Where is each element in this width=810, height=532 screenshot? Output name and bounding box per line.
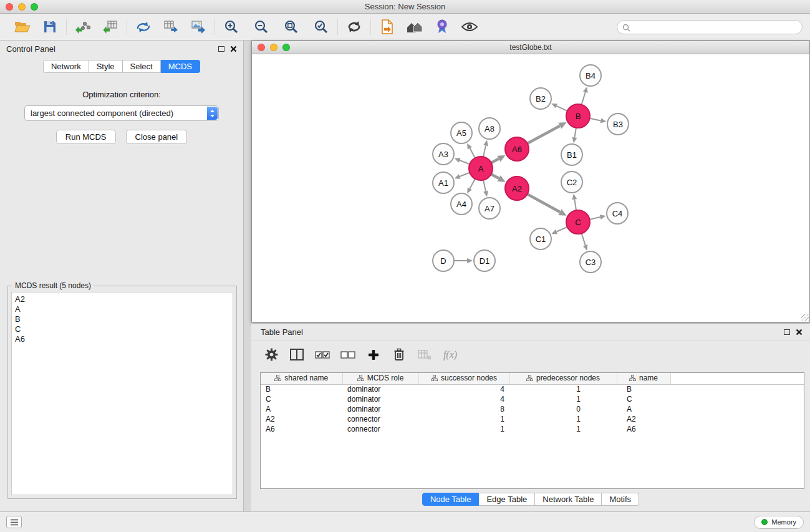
graph-edge-A-A1[interactable]: [460, 173, 470, 177]
import-network-button[interactable]: [74, 17, 92, 37]
graph-edge-A-A7[interactable]: [483, 180, 486, 191]
table-row[interactable]: Adominator80A: [261, 404, 804, 414]
zoom-window-button[interactable]: [31, 3, 38, 11]
close-panel-icon[interactable]: [230, 46, 237, 52]
zoom-selected-button[interactable]: [312, 17, 330, 37]
float-table-panel-icon[interactable]: [784, 329, 790, 335]
network-view-window: testGlobe.txt B4B2BB3A8A5A6A3B1AC2A1A2A4…: [251, 41, 810, 322]
dropdown-selected-value: largest connected component (directed): [31, 109, 173, 118]
control-panel: Control Panel NetworkStyleSelectMCDS Opt…: [0, 41, 244, 511]
table-row[interactable]: A2connector11A2: [261, 414, 804, 424]
zoom-out-button[interactable]: [252, 17, 271, 37]
column-header-successor-nodes[interactable]: successor nodes: [418, 373, 509, 384]
graph-edge-A2-C[interactable]: [528, 194, 560, 212]
graph-node-label: A2: [512, 184, 522, 193]
edge-arrowhead-icon: [455, 174, 461, 178]
graph-edge-A6-B[interactable]: [528, 126, 560, 143]
column-header-name[interactable]: name: [617, 373, 670, 384]
function-builder-button[interactable]: f(x): [440, 344, 460, 365]
graph-edge-C-C2[interactable]: [574, 200, 576, 211]
tab-mcds[interactable]: MCDS: [161, 60, 200, 73]
result-item[interactable]: C: [15, 324, 229, 334]
save-session-button[interactable]: [41, 17, 59, 37]
result-item[interactable]: B: [15, 314, 229, 324]
result-item[interactable]: A6: [15, 334, 229, 344]
tab-style[interactable]: Style: [89, 60, 123, 73]
graph-edge-B-B1[interactable]: [574, 128, 576, 138]
column-edit-icon: [431, 374, 438, 383]
zoom-fit-button[interactable]: [282, 17, 301, 37]
select-all-button[interactable]: [312, 344, 332, 365]
deselect-all-button[interactable]: [338, 344, 358, 365]
export-network-button[interactable]: [134, 17, 153, 37]
search-input[interactable]: [617, 20, 803, 34]
fx-icon: f(x): [443, 349, 457, 360]
new-network-button[interactable]: [378, 17, 397, 37]
import-table-button[interactable]: [101, 17, 120, 37]
graph-edge-A-A3[interactable]: [460, 160, 470, 164]
zoom-out-icon: [254, 19, 269, 34]
optimization-criterion-dropdown[interactable]: largest connected component (directed): [24, 105, 219, 121]
result-item[interactable]: A2: [15, 294, 229, 304]
graph-edge-C-C3[interactable]: [582, 233, 586, 245]
table-tab-node-table[interactable]: Node Table: [422, 493, 480, 506]
column-header-MCDS-role[interactable]: MCDS role: [342, 373, 418, 384]
show-columns-button[interactable]: [287, 344, 307, 365]
export-image-button[interactable]: [189, 17, 208, 37]
graph-edge-A-A6[interactable]: [491, 159, 499, 163]
table-tab-edge-table[interactable]: Edge Table: [479, 493, 535, 506]
home-button[interactable]: [405, 17, 424, 37]
column-header-predecessor-nodes[interactable]: predecessor nodes: [509, 373, 617, 384]
result-item[interactable]: A: [15, 304, 229, 314]
delete-column-button[interactable]: [389, 344, 409, 365]
table-row[interactable]: A6connector11A6: [261, 424, 804, 434]
run-mcds-button[interactable]: Run MCDS: [56, 130, 116, 144]
table-settings-button[interactable]: [261, 344, 281, 365]
table-tab-network-table[interactable]: Network Table: [535, 493, 602, 506]
graph-edge-A-A8[interactable]: [483, 145, 486, 157]
mcds-result-list[interactable]: A2ABCA6: [11, 292, 233, 495]
float-panel-icon[interactable]: [218, 46, 224, 52]
delete-table-button[interactable]: [415, 344, 435, 365]
table-row[interactable]: Bdominator41B: [261, 384, 804, 394]
network-minimize-button[interactable]: [270, 44, 277, 51]
graph-node-label: D: [440, 256, 446, 266]
tab-network[interactable]: Network: [43, 60, 89, 73]
graph-edge-A-A5[interactable]: [470, 148, 475, 158]
style-button[interactable]: [433, 17, 451, 37]
refresh-button[interactable]: [345, 17, 364, 37]
network-canvas[interactable]: B4B2BB3A8A5A6A3B1AC2A1A2A4A7C4CC1C3DD1: [252, 55, 809, 322]
table-row[interactable]: Cdominator41C: [261, 394, 804, 404]
open-folder-icon: [14, 21, 31, 33]
open-session-button[interactable]: [13, 17, 32, 37]
add-column-button[interactable]: [364, 344, 383, 365]
network-zoom-button[interactable]: [282, 44, 290, 51]
network-window-titlebar[interactable]: testGlobe.txt: [252, 41, 809, 54]
network-window-title: testGlobe.txt: [509, 43, 551, 52]
graph-edge-C-C1[interactable]: [557, 227, 567, 232]
zoom-in-button[interactable]: [222, 17, 241, 37]
eye-icon: [461, 21, 478, 32]
graph-edge-B-B2[interactable]: [556, 106, 567, 111]
close-window-button[interactable]: [6, 3, 13, 11]
show-hide-button[interactable]: [460, 17, 479, 37]
graph-edge-A-A4[interactable]: [470, 179, 475, 189]
network-close-button[interactable]: [258, 44, 265, 51]
graph-edge-A-A2[interactable]: [491, 174, 499, 178]
graph-edge-B-B3[interactable]: [590, 118, 601, 121]
table-tab-motifs[interactable]: Motifs: [602, 493, 639, 506]
export-table-button[interactable]: [162, 17, 180, 37]
edge-arrowhead-icon: [572, 194, 577, 200]
resize-grip-icon[interactable]: [801, 314, 809, 321]
select-all-icon: [315, 349, 330, 360]
minimize-window-button[interactable]: [18, 3, 26, 11]
graph-edge-B-B4[interactable]: [582, 92, 586, 105]
graph-edge-C-C4[interactable]: [590, 217, 600, 220]
task-history-button[interactable]: [6, 516, 22, 528]
tab-select[interactable]: Select: [123, 60, 161, 73]
export-image-icon: [191, 20, 206, 34]
close-table-panel-icon[interactable]: [796, 329, 803, 336]
memory-button[interactable]: Memory: [754, 516, 804, 529]
close-panel-button[interactable]: Close panel: [126, 130, 188, 144]
column-header-shared-name[interactable]: shared name: [261, 373, 342, 384]
